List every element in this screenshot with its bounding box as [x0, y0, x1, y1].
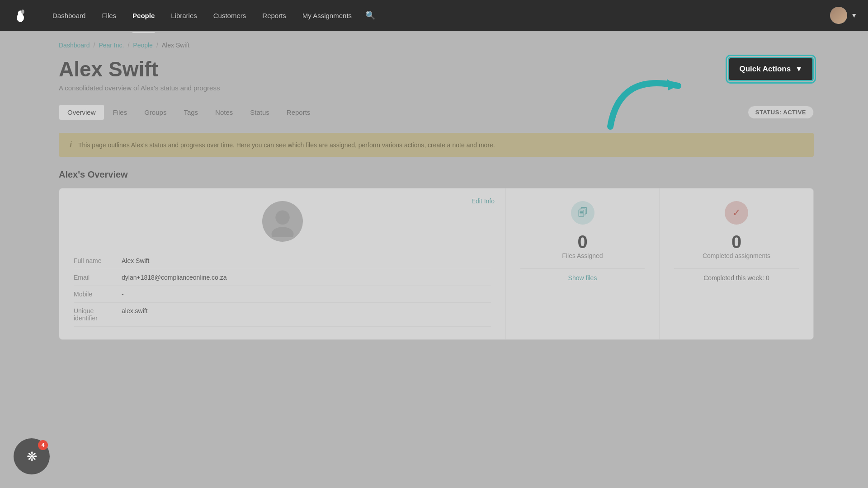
nav-my-assignments[interactable]: My Assignments: [294, 8, 360, 23]
tab-status[interactable]: Status: [241, 104, 278, 120]
nav-customers[interactable]: Customers: [205, 8, 255, 23]
info-row-fullname: Full name Alex Swift: [74, 253, 491, 269]
profile-card: Edit Info Full name Alex Swift Email dyl…: [59, 188, 506, 339]
chevron-down-icon[interactable]: ▼: [851, 12, 857, 19]
show-files-link[interactable]: Show files: [568, 274, 597, 282]
top-navigation: Dashboard Files People Libraries Custome…: [0, 0, 868, 31]
quick-actions-button[interactable]: Quick Actions ▼: [728, 57, 814, 81]
value-email: dylan+1818@complianceonline.co.za: [122, 274, 227, 281]
value-fullname: Alex Swift: [122, 257, 149, 264]
cards-row: Edit Info Full name Alex Swift Email dyl…: [59, 188, 814, 340]
svg-point-4: [275, 211, 290, 225]
app-logo[interactable]: [11, 6, 30, 25]
completed-divider: [674, 268, 799, 269]
completed-icon-circle: ✓: [725, 201, 748, 225]
breadcrumb: Dashboard / Pear Inc. / People / Alex Sw…: [59, 42, 814, 49]
edit-info-link[interactable]: Edit Info: [472, 197, 495, 205]
files-card: 🗐 0 Files Assigned Show files: [506, 188, 660, 339]
breadcrumb-sep-3: /: [156, 42, 158, 49]
label-identifier: Unique identifier: [74, 307, 114, 322]
breadcrumb-current: Alex Swift: [162, 42, 189, 49]
avatar[interactable]: [830, 7, 847, 24]
breadcrumb-sep-1: /: [94, 42, 95, 49]
breadcrumb-sep-2: /: [127, 42, 129, 49]
files-count: 0: [577, 232, 587, 252]
svg-point-2: [21, 9, 24, 14]
info-row-email: Email dylan+1818@complianceonline.co.za: [74, 269, 491, 286]
quick-actions-area: Quick Actions ▼: [728, 57, 814, 81]
completed-count: 0: [731, 232, 741, 252]
tab-overview[interactable]: Overview: [59, 104, 104, 120]
files-icon-circle: 🗐: [571, 201, 594, 225]
nav-people[interactable]: People: [124, 8, 163, 23]
page-header: Alex Swift A consolidated overview of Al…: [59, 57, 814, 92]
value-identifier: alex.swift: [122, 307, 148, 322]
svg-point-5: [271, 227, 293, 237]
status-badge: STATUS: ACTIVE: [748, 106, 814, 119]
breadcrumb-pear[interactable]: Pear Inc.: [99, 42, 124, 49]
info-row-mobile: Mobile -: [74, 286, 491, 303]
quick-actions-label: Quick Actions: [739, 65, 791, 74]
notification-badge: 4: [38, 440, 48, 450]
tab-files[interactable]: Files: [104, 104, 136, 120]
files-label: Files Assigned: [562, 252, 603, 259]
info-banner-text: This page outlines Alex's status and pro…: [78, 141, 495, 149]
tab-tags[interactable]: Tags: [175, 104, 207, 120]
user-area: ▼: [830, 7, 857, 24]
breadcrumb-people[interactable]: People: [133, 42, 153, 49]
label-email: Email: [74, 274, 114, 281]
copy-icon: 🗐: [578, 207, 588, 219]
nav-dashboard[interactable]: Dashboard: [44, 8, 94, 23]
week-count-value: 0: [766, 274, 769, 282]
week-label: Completed this week:: [703, 274, 764, 282]
tab-groups[interactable]: Groups: [136, 104, 175, 120]
nav-links: Dashboard Files People Libraries Custome…: [44, 7, 830, 24]
page-subtitle: A consolidated overview of Alex's status…: [59, 84, 220, 92]
tabs-row: Overview Files Groups Tags Notes Status …: [59, 104, 814, 120]
info-row-identifier: Unique identifier alex.swift: [74, 303, 491, 327]
nav-files[interactable]: Files: [94, 8, 124, 23]
tab-notes[interactable]: Notes: [207, 104, 241, 120]
main-content: Dashboard / Pear Inc. / People / Alex Sw…: [0, 31, 868, 340]
check-icon: ✓: [732, 207, 741, 219]
label-mobile: Mobile: [74, 291, 114, 298]
value-mobile: -: [122, 291, 124, 298]
notification-button[interactable]: 4 ❋: [14, 438, 50, 474]
profile-avatar: [262, 201, 303, 242]
tab-reports[interactable]: Reports: [278, 104, 319, 120]
search-icon[interactable]: 🔍: [360, 7, 381, 24]
info-banner: i This page outlines Alex's status and p…: [59, 133, 814, 157]
completed-week-text: Completed this week: 0: [703, 274, 769, 282]
info-icon: i: [70, 140, 72, 150]
notification-icon: ❋: [27, 449, 37, 464]
page-title: Alex Swift: [59, 57, 220, 81]
chevron-down-icon: ▼: [795, 65, 802, 73]
completed-card: ✓ 0 Completed assignments Completed this…: [660, 188, 813, 339]
avatar-area: [74, 201, 491, 242]
page-header-left: Alex Swift A consolidated overview of Al…: [59, 57, 220, 92]
overview-title: Alex's Overview: [59, 169, 814, 180]
breadcrumb-dashboard[interactable]: Dashboard: [59, 42, 90, 49]
files-divider: [520, 268, 645, 269]
completed-label: Completed assignments: [703, 252, 770, 259]
label-fullname: Full name: [74, 257, 114, 264]
nav-libraries[interactable]: Libraries: [163, 8, 205, 23]
nav-reports[interactable]: Reports: [254, 8, 294, 23]
